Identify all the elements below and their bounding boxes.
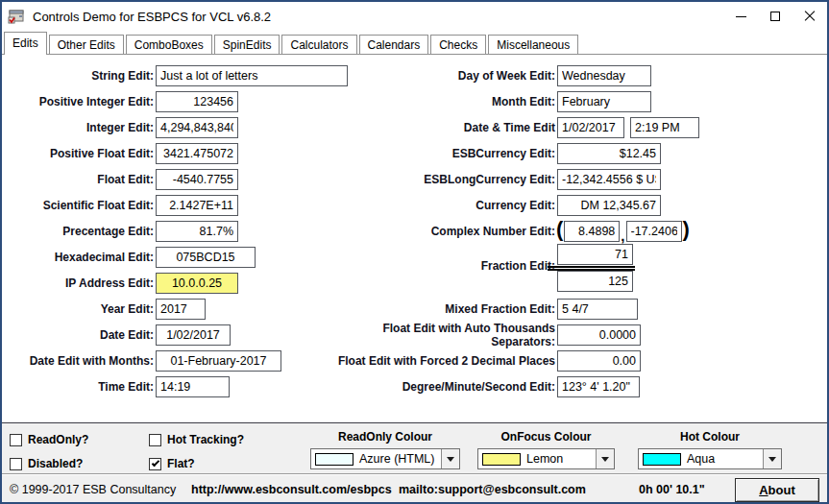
- date-edit-months-label: Date Edit with Months:: [2, 354, 154, 368]
- complex-imaginary-input[interactable]: [626, 221, 682, 242]
- fraction-numerator-input[interactable]: [557, 244, 633, 265]
- tab-checks[interactable]: Checks: [430, 35, 486, 54]
- positive-integer-edit-label: Positive Integer Edit:: [2, 95, 154, 108]
- disabled-checkbox[interactable]: Disabled?: [10, 457, 83, 470]
- ip-address-edit-input[interactable]: [156, 273, 238, 294]
- scientific-float-edit-label: Scientific Float Edit:: [2, 199, 154, 212]
- float-edit-input[interactable]: [156, 169, 238, 190]
- open-paren: (: [556, 220, 563, 239]
- time-edit-input[interactable]: [156, 376, 230, 397]
- checkbox-icon: [10, 434, 22, 446]
- readonly-colour-title: ReadOnly Colour: [310, 430, 460, 444]
- float-auto-thousands-row: Float Edit with Auto Thousands Separator…: [317, 324, 641, 346]
- mixed-fraction-edit-row: Mixed Fraction Edit:: [317, 299, 638, 320]
- date-edit-months-input[interactable]: [156, 350, 281, 372]
- complex-number-edit-row: Complex Number Edit: ( , ): [317, 221, 691, 242]
- website-url-text: http://www.esbconsult.com/esbpcs: [191, 483, 392, 496]
- ip-address-edit-row: IP Address Edit:: [2, 273, 238, 294]
- flat-checkbox[interactable]: Flat?: [149, 457, 195, 470]
- complex-number-edit-label: Complex Number Edit:: [317, 225, 555, 238]
- dropdown-arrow-icon[interactable]: [596, 449, 614, 468]
- ip-address-edit-label: IP Address Edit:: [2, 276, 154, 290]
- onfocus-colour-combo[interactable]: Lemon: [477, 448, 615, 469]
- tab-calendars[interactable]: Calendars: [359, 35, 429, 54]
- positive-integer-edit-input[interactable]: [156, 91, 238, 112]
- date-time-edit-row: Date & Time Edit: [317, 117, 699, 138]
- hexadecimal-edit-label: Hexadecimal Edit:: [2, 251, 154, 264]
- degree-minute-second-row: Degree/Minute/Second Edit:: [317, 376, 640, 397]
- string-edit-label: String Edit:: [2, 69, 154, 83]
- close-icon[interactable]: [792, 2, 827, 31]
- readonly-colour-combo[interactable]: Azure (HTML): [310, 448, 460, 469]
- onfocus-colour-title: OnFocus Colour: [477, 430, 615, 444]
- scientific-float-edit-input[interactable]: [156, 195, 238, 216]
- tab-comboboxes[interactable]: ComboBoxes: [126, 35, 212, 54]
- tab-spinedits[interactable]: SpinEdits: [214, 35, 280, 54]
- year-edit-label: Year Edit:: [2, 302, 154, 316]
- esb-long-currency-edit-label: ESBLongCurrency Edit:: [317, 173, 555, 186]
- title-bar: Controls Demo for ESBPCS for VCL v6.8.2: [2, 2, 827, 31]
- date-time-edit-date-input[interactable]: [557, 117, 624, 138]
- integer-edit-input[interactable]: [156, 117, 238, 138]
- colour-swatch: [643, 453, 681, 466]
- date-edit-input[interactable]: [156, 324, 231, 346]
- close-paren: ): [683, 220, 690, 239]
- day-of-week-edit-row: Day of Week Edit:: [317, 65, 651, 86]
- edits-tab-page: String Edit: Positive Integer Edit: Inte…: [2, 56, 827, 422]
- float-forced-decimals-input[interactable]: [557, 350, 641, 372]
- degree-minute-second-label: Degree/Minute/Second Edit:: [317, 380, 555, 394]
- colour-swatch: [482, 453, 521, 466]
- date-edit-row: Date Edit:: [2, 324, 231, 346]
- month-edit-label: Month Edit:: [317, 95, 555, 108]
- scientific-float-edit-row: Scientific Float Edit:: [2, 195, 238, 216]
- fraction-denominator-input[interactable]: [557, 271, 633, 292]
- window-title: Controls Demo for ESBPCS for VCL v6.8.2: [33, 10, 271, 24]
- esb-long-currency-edit-input[interactable]: [557, 169, 661, 190]
- hexadecimal-edit-input[interactable]: [156, 247, 256, 268]
- tab-miscellaneous[interactable]: Miscellaneous: [488, 35, 578, 54]
- hot-colour-combo[interactable]: Aqua: [638, 448, 782, 469]
- currency-edit-label: Currency Edit:: [317, 199, 555, 212]
- tab-edits[interactable]: Edits: [4, 32, 47, 55]
- float-forced-decimals-row: Float Edit with Forced 2 Decimal Places: [317, 350, 641, 372]
- positive-float-edit-label: Positive Float Edit:: [2, 147, 154, 160]
- options-panel: ReadOnly? Disabled? Hot Tracking? Flat? …: [2, 422, 827, 502]
- mixed-fraction-edit-input[interactable]: [557, 299, 638, 320]
- complex-real-input[interactable]: [564, 221, 620, 242]
- float-auto-thousands-input[interactable]: [557, 324, 641, 346]
- esb-currency-edit-label: ESBCurrency Edit:: [317, 147, 555, 160]
- colour-swatch: [315, 453, 354, 466]
- copyright-text: © 1999-2017 ESB Consultancy: [10, 483, 176, 496]
- float-edit-row: Float Edit:: [2, 169, 238, 190]
- month-edit-input[interactable]: [557, 91, 651, 112]
- tab-strip: Edits Other Edits ComboBoxes SpinEdits C…: [2, 32, 827, 55]
- hot-tracking-checkbox[interactable]: Hot Tracking?: [149, 433, 244, 446]
- precentage-edit-label: Precentage Edit:: [2, 225, 154, 238]
- day-of-week-edit-label: Day of Week Edit:: [317, 69, 555, 83]
- date-edit-months-row: Date Edit with Months:: [2, 350, 281, 372]
- checkmark-icon: [151, 459, 158, 467]
- precentage-edit-input[interactable]: [156, 221, 238, 242]
- checkbox-icon: [10, 458, 22, 470]
- tab-calculators[interactable]: Calculators: [281, 35, 356, 54]
- tab-other-edits[interactable]: Other Edits: [49, 35, 124, 54]
- positive-float-edit-input[interactable]: [156, 143, 238, 164]
- dropdown-arrow-icon[interactable]: [763, 449, 781, 468]
- degree-minute-second-input[interactable]: [557, 376, 640, 397]
- year-edit-row: Year Edit:: [2, 299, 206, 320]
- hexadecimal-edit-row: Hexadecimal Edit:: [2, 247, 256, 268]
- checkbox-checked-icon: [149, 458, 161, 470]
- precentage-edit-row: Precentage Edit:: [2, 221, 238, 242]
- year-edit-input[interactable]: [156, 299, 206, 320]
- readonly-checkbox[interactable]: ReadOnly?: [10, 433, 88, 446]
- minimize-icon[interactable]: [723, 2, 758, 31]
- currency-edit-input[interactable]: [557, 195, 661, 216]
- date-time-edit-time-input[interactable]: [630, 117, 699, 138]
- esb-long-currency-edit-row: ESBLongCurrency Edit:: [317, 169, 661, 190]
- about-button[interactable]: About: [735, 478, 819, 502]
- maximize-icon[interactable]: [758, 2, 792, 31]
- dropdown-arrow-icon[interactable]: [441, 449, 459, 468]
- day-of-week-edit-input[interactable]: [557, 65, 651, 86]
- float-forced-decimals-label: Float Edit with Forced 2 Decimal Places: [317, 354, 555, 368]
- esb-currency-edit-input[interactable]: [557, 143, 661, 164]
